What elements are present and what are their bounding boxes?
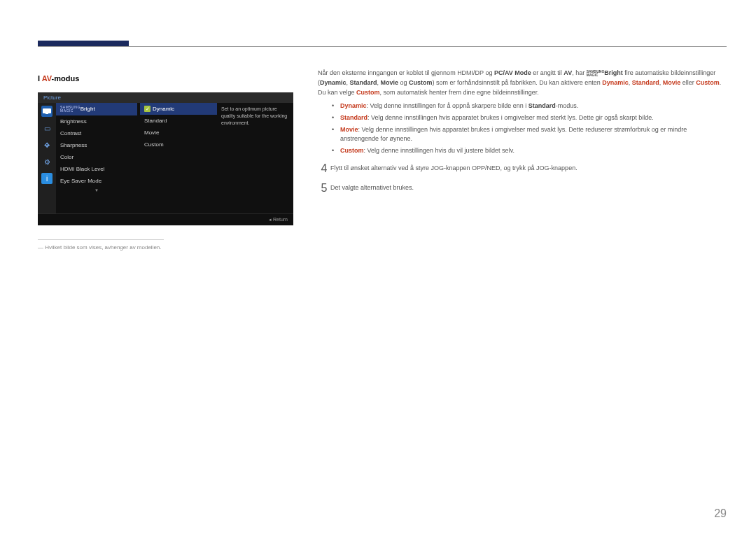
step-4: 4 Flytt til ønsket alternativ ved å styr…	[318, 162, 727, 175]
picture-icon	[41, 106, 52, 117]
option-custom[interactable]: Custom	[140, 139, 217, 150]
title-suffix: -modus	[52, 74, 80, 83]
step-5-number: 5	[318, 182, 330, 195]
menu-color[interactable]: Color	[56, 151, 137, 163]
footnote-text: ― Hvilket bilde som vises, avhenger av m…	[38, 244, 297, 251]
menu-contrast[interactable]: Contrast	[56, 127, 137, 139]
title-av: AV	[42, 74, 52, 83]
step-4-number: 4	[318, 162, 330, 175]
display-icon: ▭	[41, 122, 52, 134]
option-item-dynamic: Dynamic: Velg denne innstillingen for å …	[332, 101, 727, 111]
menu-brightness[interactable]: Brightness	[56, 115, 137, 127]
option-item-movie: Movie: Velg denne innstillingen hvis app…	[332, 125, 727, 143]
bright-label: Bright	[80, 106, 95, 112]
menu-sharpness[interactable]: Sharpness	[56, 139, 137, 151]
option-item-standard: Standard: Velg denne innstillingen hvis …	[332, 113, 727, 122]
samsung-label: SAMSUNGMAGIC	[60, 106, 80, 113]
osd-screenshot: Picture ▭ ✥ ⚙ i SAMSUNGMAGICBright Brigh…	[38, 92, 293, 225]
intro-paragraph: Når den eksterne inngangen er koblet til…	[318, 68, 727, 97]
info-icon: i	[41, 173, 52, 184]
footnote-divider	[38, 239, 164, 240]
position-icon: ✥	[41, 139, 52, 150]
menu-eye-saver[interactable]: Eye Saver Mode	[56, 175, 137, 187]
section-title: I AV-modus	[38, 74, 297, 83]
options-list: Dynamic: Velg denne innstillingen for å …	[318, 101, 727, 155]
step-5: 5 Det valgte alternativet brukes.	[318, 182, 727, 195]
osd-tip: Set to an optimum picture quality suitab…	[217, 103, 293, 213]
svg-rect-1	[46, 113, 48, 114]
menu-hdmi-black-level[interactable]: HDMI Black Level	[56, 163, 137, 175]
scroll-down-icon[interactable]: ▼	[56, 187, 137, 194]
svg-rect-0	[43, 108, 51, 113]
menu-magic-bright[interactable]: SAMSUNGMAGICBright	[56, 103, 137, 115]
header-accent-bar	[38, 41, 129, 46]
step-5-text: Det valgte alternativet brukes.	[330, 182, 414, 195]
option-movie[interactable]: Movie	[140, 127, 217, 139]
osd-title: Picture	[38, 92, 293, 103]
osd-return[interactable]: ◂ Return	[38, 213, 293, 225]
check-icon: ✓	[144, 106, 150, 112]
page-number: 29	[714, 507, 727, 520]
option-item-custom: Custom: Velg denne innstillingen hvis du…	[332, 146, 727, 155]
option-dynamic[interactable]: ✓Dynamic	[140, 103, 217, 115]
setup-icon: ⚙	[41, 156, 52, 167]
option-standard[interactable]: Standard	[140, 115, 217, 127]
osd-menu-options: ✓Dynamic Standard Movie Custom	[140, 103, 217, 213]
osd-menu-left: SAMSUNGMAGICBright Brightness Contrast S…	[56, 103, 140, 213]
header-divider	[38, 46, 727, 47]
osd-icon-rail: ▭ ✥ ⚙ i	[38, 103, 56, 213]
step-4-text: Flytt til ønsket alternativ ved å styre …	[330, 162, 578, 175]
